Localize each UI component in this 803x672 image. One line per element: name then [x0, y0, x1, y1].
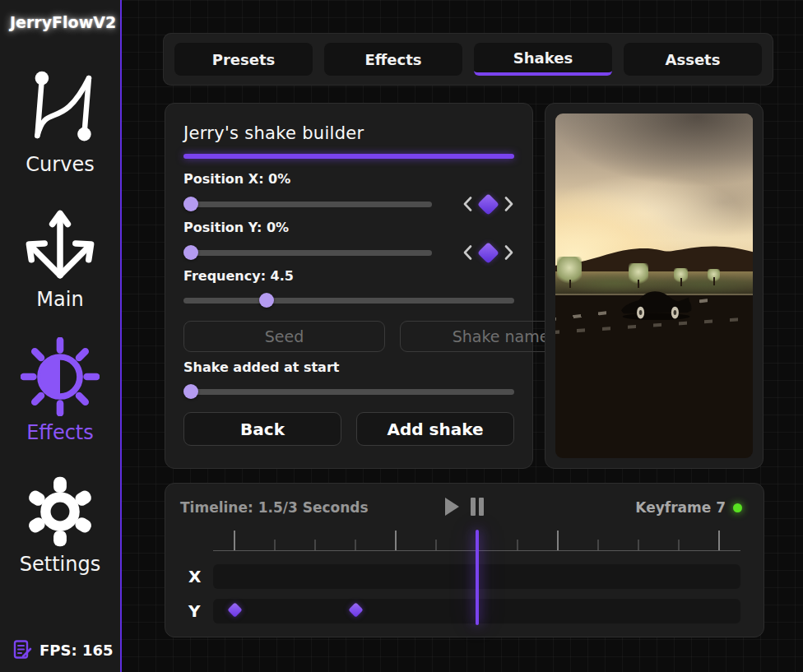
- preview-mountains: [555, 229, 753, 273]
- tab-presets[interactable]: Presets: [174, 43, 313, 76]
- shake-builder-panel: Jerry's shake builder Position X: 0% Pos…: [165, 103, 533, 469]
- add-keyframe-diamond-icon[interactable]: [477, 242, 499, 264]
- timeline-panel: Timeline: 1.5/3 Seconds Keyframe 7 X: [165, 483, 764, 637]
- timeline-label: Timeline: 1.5/3 Seconds: [180, 499, 369, 516]
- curves-icon: [22, 66, 98, 148]
- position-x-slider[interactable]: [183, 197, 432, 211]
- preview-panel: [545, 103, 764, 469]
- fps-value: FPS: 165: [39, 642, 114, 659]
- slider-thumb[interactable]: [183, 384, 198, 399]
- sidebar-item-effects[interactable]: Effects: [21, 311, 100, 444]
- log-document-icon: [12, 639, 33, 660]
- app-title: JerryFlowV2: [10, 13, 116, 31]
- frequency-label: Frequency: 4.5: [183, 268, 514, 284]
- sidebar-item-curves-label: Curves: [26, 153, 94, 176]
- play-button[interactable]: [443, 497, 460, 517]
- slider-thumb[interactable]: [259, 293, 274, 308]
- seed-input[interactable]: [183, 321, 385, 352]
- frequency-slider[interactable]: [183, 293, 514, 308]
- timeline-body: X Y: [213, 530, 740, 625]
- preview-image: [555, 114, 753, 458]
- preview-tree: [629, 263, 648, 285]
- keyframe-counter: Keyframe 7: [635, 499, 726, 516]
- position-y-label: Position Y: 0%: [183, 220, 514, 235]
- keyframe-status-dot: [733, 503, 742, 512]
- accent-divider: [183, 154, 514, 159]
- back-button[interactable]: Back: [183, 412, 341, 446]
- sidebar-item-main[interactable]: Main: [21, 176, 100, 311]
- next-keyframe-icon[interactable]: [504, 196, 514, 212]
- slider-thumb[interactable]: [183, 245, 198, 260]
- effects-icon: [21, 337, 100, 416]
- slider-track[interactable]: [183, 389, 514, 395]
- timeline-playhead[interactable]: [476, 530, 479, 625]
- app-root: JerryFlowV2 Curves: [0, 0, 803, 672]
- sidebar-item-settings-label: Settings: [20, 553, 100, 576]
- prev-keyframe-icon[interactable]: [462, 244, 473, 261]
- track-x-label: X: [188, 567, 201, 586]
- preview-tree: [674, 268, 688, 283]
- slider-track[interactable]: [183, 202, 432, 207]
- preview-car-silhouette: [619, 286, 694, 321]
- builder-title: Jerry's shake builder: [183, 123, 514, 143]
- add-keyframe-diamond-icon[interactable]: [477, 193, 499, 216]
- sidebar-item-main-label: Main: [36, 288, 83, 311]
- tab-effects[interactable]: Effects: [324, 43, 462, 76]
- slider-track[interactable]: [183, 250, 432, 256]
- playhead-layer: [234, 530, 720, 625]
- position-y-slider[interactable]: [183, 245, 432, 260]
- shake-start-label: Shake added at start: [183, 359, 514, 375]
- preview-tree: [557, 257, 582, 285]
- fps-indicator: FPS: 165: [12, 639, 114, 660]
- pause-button[interactable]: [470, 497, 485, 517]
- position-x-keyframe-nav: [443, 196, 514, 212]
- preview-tree: [708, 269, 720, 282]
- sidebar-item-effects-label: Effects: [26, 421, 94, 444]
- sidebar-item-curves[interactable]: Curves: [22, 31, 98, 176]
- tab-bar: Presets Effects Shakes Assets: [163, 33, 773, 86]
- prev-keyframe-icon[interactable]: [462, 196, 473, 212]
- tab-shakes[interactable]: Shakes: [474, 43, 612, 76]
- settings-icon: [24, 475, 96, 548]
- sidebar: JerryFlowV2 Curves: [0, 0, 122, 672]
- slider-track[interactable]: [183, 298, 514, 304]
- main-icon: [21, 206, 100, 283]
- slider-thumb[interactable]: [183, 197, 198, 211]
- track-y-label: Y: [188, 601, 200, 621]
- tab-assets[interactable]: Assets: [624, 43, 762, 76]
- sidebar-item-settings[interactable]: Settings: [20, 444, 100, 576]
- add-shake-button[interactable]: Add shake: [356, 412, 514, 446]
- next-keyframe-icon[interactable]: [504, 244, 514, 261]
- position-y-keyframe-nav: [443, 244, 514, 261]
- shake-start-slider[interactable]: [183, 384, 514, 399]
- position-x-label: Position X: 0%: [183, 171, 514, 187]
